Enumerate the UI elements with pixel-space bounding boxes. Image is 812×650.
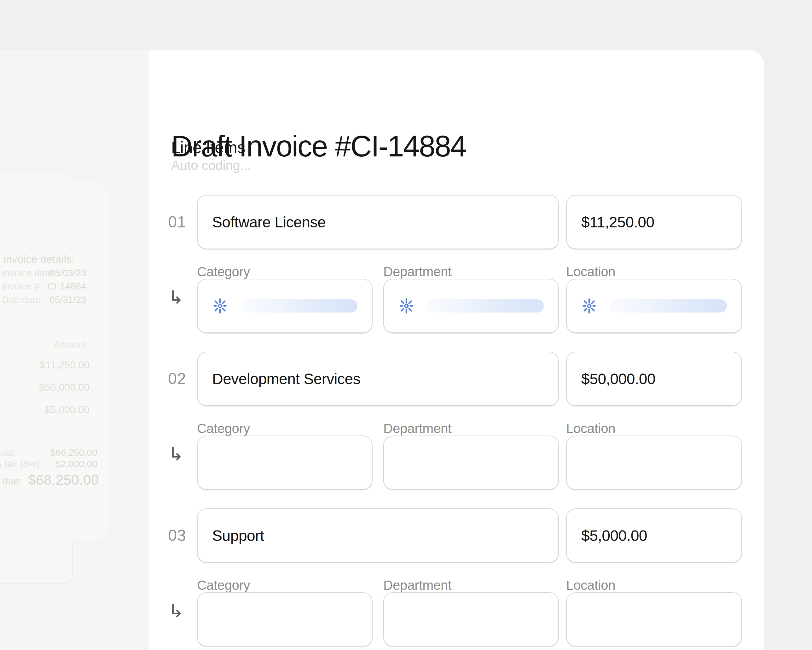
line-item-number: 01 bbox=[168, 195, 186, 249]
invoice-preview-detail-row: Due date 05/31/23 bbox=[0, 294, 107, 307]
description-value: Software License bbox=[212, 214, 326, 231]
department-input[interactable] bbox=[383, 436, 559, 490]
preview-amount: $50,000.00 bbox=[39, 382, 90, 393]
loading-shimmer-bar bbox=[241, 299, 357, 312]
category-label: Category bbox=[197, 264, 250, 280]
sales-tax-value: $2,000.00 bbox=[55, 459, 98, 469]
coding-field-labels: Category Department Location bbox=[149, 421, 748, 436]
invoice-preview-detail-row: Invoice # CI-14884 bbox=[0, 281, 107, 294]
coding-field-labels: Category Department Location bbox=[149, 264, 748, 279]
ai-coding-spinner-icon bbox=[398, 298, 414, 314]
due-date-value: 05/31/23 bbox=[49, 294, 86, 305]
description-value: Development Services bbox=[212, 370, 360, 388]
line-item-row: 02 Development Services $50,000.00 Categ… bbox=[149, 352, 748, 490]
line-item-row: 01 Software License $11,250.00 Category … bbox=[149, 195, 748, 334]
draft-invoice-screen: Invoice details: Invoice date 05/03/23 I… bbox=[0, 0, 812, 650]
loading-shimmer-bar bbox=[427, 299, 544, 312]
invoice-preview-detail-row: Invoice date 05/03/23 bbox=[0, 268, 107, 281]
location-label: Location bbox=[566, 421, 615, 436]
department-input[interactable] bbox=[383, 592, 559, 647]
department-label: Department bbox=[383, 264, 452, 280]
line-item-amount-input[interactable]: $50,000.00 bbox=[566, 352, 742, 406]
invoice-preview-heading: Invoice details: bbox=[3, 253, 75, 265]
preview-amount: $5,000.00 bbox=[45, 404, 90, 416]
category-label: Category bbox=[197, 578, 250, 593]
invoice-number-value: CI-14884 bbox=[47, 281, 86, 292]
due-date-label: Due date bbox=[2, 294, 40, 305]
location-input[interactable] bbox=[566, 592, 742, 647]
location-label: Location bbox=[566, 264, 615, 280]
description-value: Support bbox=[212, 527, 264, 544]
category-label: Category bbox=[197, 421, 250, 436]
line-item-description-input[interactable]: Software License bbox=[197, 195, 559, 249]
invoice-date-value: 05/03/23 bbox=[49, 268, 86, 278]
subtotal-label: Subtotal: bbox=[0, 447, 15, 458]
invoice-number-label: Invoice # bbox=[2, 281, 40, 292]
line-item-description-input[interactable]: Support bbox=[197, 508, 559, 563]
department-input[interactable] bbox=[383, 279, 559, 333]
amount-value: $11,250.00 bbox=[581, 214, 655, 231]
sub-row-arrow-icon: ↳ bbox=[168, 288, 184, 307]
ai-coding-spinner-icon bbox=[581, 298, 597, 314]
department-label: Department bbox=[383, 421, 452, 436]
location-input[interactable] bbox=[566, 279, 742, 333]
line-item-number: 02 bbox=[168, 352, 186, 406]
preview-amount: $11,250.00 bbox=[40, 359, 90, 371]
location-label: Location bbox=[566, 578, 615, 593]
amount-value: $50,000.00 bbox=[581, 370, 655, 388]
line-item-number: 03 bbox=[168, 508, 186, 563]
total-due-label: Total due: bbox=[0, 475, 22, 487]
loading-shimmer-bar bbox=[610, 299, 727, 312]
amount-value: $5,000.00 bbox=[581, 527, 647, 544]
coding-fields-row: ↳ bbox=[149, 592, 748, 647]
invoice-date-label: Invoice date bbox=[2, 268, 53, 278]
ai-coding-spinner-icon bbox=[212, 298, 228, 314]
category-input[interactable] bbox=[197, 279, 372, 333]
auto-coding-status: Auto coding... bbox=[171, 158, 251, 173]
category-input[interactable] bbox=[197, 592, 372, 647]
coding-field-labels: Category Department Location bbox=[149, 578, 748, 592]
subtotal-value: $66,250.00 bbox=[50, 447, 98, 458]
department-label: Department bbox=[383, 578, 452, 593]
sub-row-arrow-icon: ↳ bbox=[168, 445, 184, 463]
sales-tax-label: Sales tax (8%): bbox=[0, 459, 42, 469]
line-item-amount-input[interactable]: $11,250.00 bbox=[566, 195, 742, 249]
line-item-amount-input[interactable]: $5,000.00 bbox=[566, 508, 742, 563]
total-due-value: $68,250.00 bbox=[28, 472, 99, 488]
line-item-row: 03 Support $5,000.00 Category Department… bbox=[149, 508, 748, 647]
sub-row-arrow-icon: ↳ bbox=[168, 602, 184, 620]
line-item-description-input[interactable]: Development Services bbox=[197, 352, 559, 406]
coding-fields-row: ↳ bbox=[149, 279, 748, 333]
coding-fields-row: ↳ bbox=[149, 436, 748, 490]
location-input[interactable] bbox=[566, 436, 742, 490]
invoice-preview-panel: Invoice details: Invoice date 05/03/23 I… bbox=[0, 182, 107, 541]
category-input[interactable] bbox=[197, 436, 372, 490]
amount-column-header: Amount bbox=[54, 339, 86, 350]
line-items-heading: Line Items bbox=[171, 138, 245, 157]
draft-invoice-card: Draft Invoice #CI-14884 Line Items Auto … bbox=[149, 50, 765, 650]
